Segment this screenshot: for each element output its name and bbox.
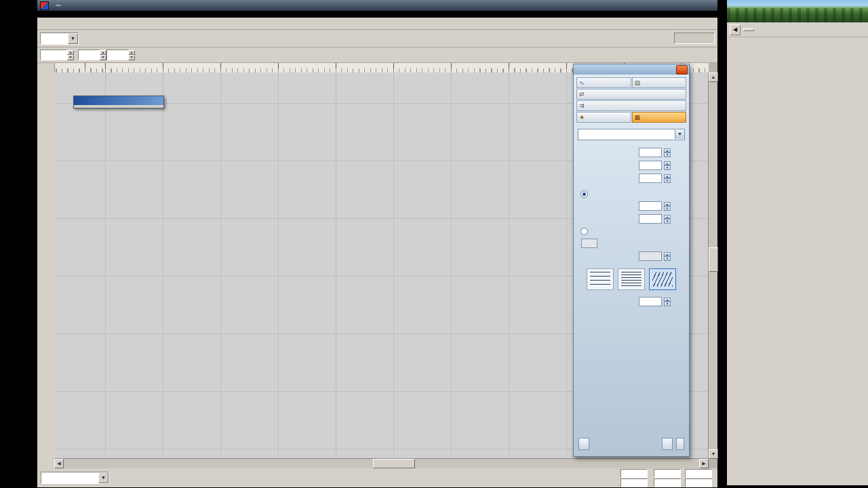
colorway-combo[interactable]: ▼ <box>41 472 109 484</box>
tab-underlay[interactable]: ▤ <box>632 77 687 88</box>
mode-section <box>667 33 715 44</box>
vertical-scrollbar[interactable]: ▲ ▼ <box>708 73 717 459</box>
pull-compensation-spinner[interactable]: ▲▼ <box>67 50 74 60</box>
y-value-field <box>620 479 648 487</box>
backstitch-diagonal-icon <box>652 272 673 287</box>
coordinates-readout <box>618 469 714 487</box>
app-icon <box>40 1 49 10</box>
tab-contour[interactable]: ∿ <box>576 77 631 88</box>
relative-offset-radio[interactable] <box>580 190 588 198</box>
angle-spinner[interactable]: ▲▼ <box>664 252 671 261</box>
angle-field[interactable] <box>78 49 100 60</box>
length-spinner[interactable]: ▲▼ <box>664 161 671 170</box>
connectors-icon: ⇄ <box>579 91 585 98</box>
floating-toolbar-title[interactable] <box>74 96 163 105</box>
min-length-spinner[interactable]: ▲▼ <box>664 174 671 183</box>
x-scale-field <box>685 469 712 478</box>
properties-footer <box>578 438 684 450</box>
object-properties-dialog: ∿ ▤ ⇄ ⇉ ★ ▦ ▼ ▲▼ <box>573 64 690 457</box>
w-value-field <box>654 469 681 478</box>
mode-indicator[interactable] <box>674 33 715 44</box>
h-value-field <box>654 479 681 487</box>
tab-connectors[interactable]: ⇄ <box>576 89 686 100</box>
a-spinner[interactable]: ▲▼ <box>664 202 671 211</box>
a-field[interactable] <box>639 201 662 211</box>
toolbar-main: ▼ <box>37 30 717 47</box>
scroll-down-icon[interactable]: ▼ <box>709 449 718 459</box>
floating-toolbar <box>73 96 164 108</box>
letterbox-strip <box>37 11 717 18</box>
horizontal-scrollbar[interactable]: ◀ ▶ <box>54 458 709 468</box>
toolbar-second: ▲▼ ▲▼ ▲▼ <box>37 47 717 63</box>
color-object-panel: ◀ <box>727 0 868 485</box>
help-button[interactable] <box>676 438 684 450</box>
close-icon[interactable] <box>676 65 688 75</box>
rotate-spinner[interactable]: ▲▼ <box>128 50 135 60</box>
vertical-scroll-thumb[interactable] <box>709 247 718 272</box>
scatter-field[interactable] <box>639 297 662 306</box>
screen: ▼ ▲▼ ▲▼ ▲▼ <box>0 0 868 488</box>
tool-column <box>37 63 55 468</box>
chevron-down-icon[interactable]: ▼ <box>68 33 78 44</box>
save-button[interactable] <box>662 438 673 450</box>
scatter-spinner[interactable]: ▲▼ <box>664 298 671 306</box>
floating-toolbar-buttons <box>74 105 163 108</box>
backstitch-standard-button[interactable] <box>587 268 614 290</box>
tab-special[interactable]: ★ <box>576 112 631 123</box>
backstitch-diagonal-button[interactable] <box>649 268 676 290</box>
b-spinner[interactable]: ▲▼ <box>664 215 671 224</box>
scroll-right-icon[interactable]: ▶ <box>699 459 709 468</box>
scroll-up-icon[interactable]: ▲ <box>709 73 718 82</box>
underlay-icon: ▤ <box>635 79 641 86</box>
collapse-panel-icon[interactable]: ◀ <box>730 24 741 35</box>
b-field[interactable] <box>639 214 662 224</box>
video-corner-photo <box>727 0 868 22</box>
density-spinner[interactable]: ▲▼ <box>664 148 671 157</box>
object-panel-header: ◀ <box>727 22 868 37</box>
min-length-field[interactable] <box>639 174 662 183</box>
sequence-field[interactable] <box>581 239 597 248</box>
pull-compensation-field[interactable] <box>40 49 67 60</box>
rotate-field[interactable] <box>106 49 128 60</box>
window-title-machine <box>56 5 61 6</box>
status-bar: ▼ <box>37 468 717 487</box>
properties-tabs: ∿ ▤ ⇄ ⇉ ★ ▦ <box>574 75 689 124</box>
special-icon: ★ <box>579 114 585 121</box>
properties-dialog-titlebar[interactable] <box>574 64 689 75</box>
angle-field[interactable] <box>639 251 662 261</box>
fill-icon: ▦ <box>635 114 641 121</box>
contour-icon: ∿ <box>579 79 585 86</box>
show-filter-button[interactable] <box>743 28 754 31</box>
tab-compensation[interactable]: ⇉ <box>576 100 686 111</box>
chevron-down-icon[interactable]: ▼ <box>98 472 108 483</box>
menu-bar <box>37 18 717 30</box>
y-scale-field <box>685 479 712 487</box>
x-value-field <box>620 469 648 478</box>
backstitch-options <box>574 268 689 290</box>
compensation-icon: ⇉ <box>579 102 585 109</box>
backstitch-borderline-icon <box>621 272 642 287</box>
fx-button[interactable] <box>578 438 589 450</box>
zoom-combo[interactable]: ▼ <box>40 33 79 45</box>
split-line-radio[interactable] <box>580 228 588 235</box>
angle-spinner[interactable]: ▲▼ <box>100 50 106 60</box>
backstitch-standard-icon <box>590 272 610 287</box>
title-bar <box>37 0 717 11</box>
length-field[interactable] <box>639 161 662 170</box>
density-field[interactable] <box>639 148 662 157</box>
horizontal-scroll-thumb[interactable] <box>373 459 415 468</box>
stitch-type-combo[interactable]: ▼ <box>578 129 685 140</box>
object-rows <box>727 38 868 485</box>
tab-fill[interactable]: ▦ <box>632 112 687 123</box>
chevron-down-icon[interactable]: ▼ <box>675 130 684 139</box>
backstitch-borderline-button[interactable] <box>618 268 645 290</box>
scroll-left-icon[interactable]: ◀ <box>54 459 64 468</box>
